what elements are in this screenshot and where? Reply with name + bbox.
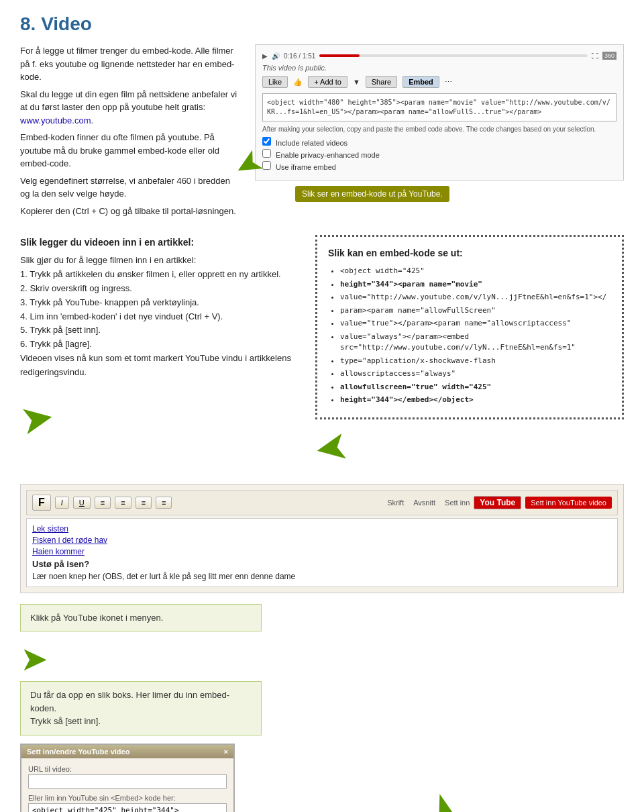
article-arrow-area: ➤: [20, 387, 302, 451]
thumbs-up-icon: 👍: [293, 78, 303, 87]
underline-button[interactable]: U: [73, 497, 91, 509]
dialog-screenshot: Sett inn/endre YouTube video × URL til v…: [20, 744, 235, 813]
article-instruction-subtitle: Slik gjør du for å legge filmen inn i en…: [20, 254, 302, 268]
cms-toolbar: F I U ≡ ≡ ≡ ≡ Skrift Avsnitt Sett inn Yo…: [26, 490, 618, 515]
dialog-body: URL til video: Eller lim inn YouTube sin…: [21, 758, 233, 813]
youtube-link[interactable]: www.youtube.com: [20, 115, 91, 125]
skrift-label: Skrift: [387, 499, 404, 507]
code-line-8: allowscriptaccess="always": [340, 368, 611, 380]
sidebar-box-2: Du får da opp en slik boks. Her limer du…: [20, 681, 262, 735]
top-section: For å legge ut filmer trenger du embed-k…: [20, 44, 624, 221]
iframe-embed-option[interactable]: Use iframe embed: [262, 161, 616, 171]
code-line-9: allowfullscreen="true" width="425": [340, 382, 611, 393]
screenshot-caption-area: ➤ Slik ser en embed-kode ut på YouTube.: [255, 186, 624, 202]
youtube-action-bar: Like 👍 + Add to ▼ Share Embed ⋯: [262, 76, 616, 88]
right-column: ▶ 🔊 0:16 / 1:51 ⛶ 360 This video is publ…: [255, 44, 624, 221]
arrow-to-cms: ➤: [15, 384, 59, 453]
align-center-button[interactable]: ≡: [115, 497, 131, 509]
cms-link-2[interactable]: Fisken i det røde hav: [32, 536, 612, 545]
arrow-large: ➤: [397, 769, 502, 812]
video-controls: ▶ 🔊 0:16 / 1:51 ⛶ 360: [262, 52, 616, 60]
intro-text-4: Velg egendefinert størrelse, vi anbefale…: [20, 174, 241, 201]
middle-row: Slik legger du videoen inn i en artikkel…: [20, 235, 624, 473]
code-line-7: type="application/x-shockwave-flash: [340, 356, 611, 367]
step-6: 6. Trykk på [lagre].: [20, 338, 302, 352]
article-steps: 1. Trykk på artikkelen du ønsker filmen …: [20, 268, 302, 379]
intro-text-2: Skal du legge ut din egen film på nettsi…: [20, 88, 241, 128]
code-line-5: value="true"></param><param name="allows…: [340, 318, 611, 329]
intro-text-1: For å legge ut filmer trenger du embed-k…: [20, 44, 241, 84]
align-right-button[interactable]: ≡: [136, 497, 152, 509]
embed-button[interactable]: Embed: [402, 76, 439, 88]
dialog-url-field: URL til video:: [28, 765, 227, 789]
justify-button[interactable]: ≡: [156, 497, 172, 509]
dialog-title: Sett inn/endre YouTube video: [27, 748, 129, 756]
step-2: 2. Skriv overskrift og ingress.: [20, 282, 302, 296]
step-note: Videoen vises nå kun som et tomt markert…: [20, 352, 302, 380]
embed-caption: After making your selection, copy and pa…: [262, 125, 616, 133]
embed-code-example: Slik kan en embed-kode se ut: <object wi…: [315, 235, 624, 419]
sidebar-box-1: Klikk på YouTube ikonet i menyen.: [20, 604, 262, 632]
dialog-close-button[interactable]: ×: [224, 748, 228, 756]
dropdown-icon[interactable]: ▼: [353, 78, 360, 86]
cms-heading: Ustø på isen?: [32, 559, 612, 569]
arrow-from-code: ➤: [311, 423, 352, 476]
italic-button[interactable]: I: [55, 497, 69, 509]
cms-link-3[interactable]: Haien kommer: [32, 547, 612, 556]
video-time: 0:16 / 1:51: [284, 52, 315, 60]
embed-code-display: <object width="480" height="385"><param …: [262, 93, 616, 121]
article-instructions: Slik legger du videoen inn i en artikkel…: [20, 235, 302, 473]
step-1: 1. Trykk på artikkelen du ønsker filmen …: [20, 268, 302, 282]
embed-code-list: <object width="425" height="344"><param …: [328, 266, 611, 406]
like-button[interactable]: Like: [262, 76, 288, 88]
play-icon[interactable]: ▶: [262, 52, 268, 60]
youtube-toolbar-button[interactable]: You Tube: [474, 496, 521, 509]
cms-screenshot-area: F I U ≡ ≡ ≡ ≡ Skrift Avsnitt Sett inn Yo…: [20, 484, 624, 593]
dialog-embed-field: Eller lim inn YouTube sin <Embed> kode h…: [28, 794, 227, 813]
intro-text-3: Embed-koden finner du ofte filmen på you…: [20, 131, 241, 170]
avsnitt-label: Avsnitt: [413, 499, 435, 507]
embed-options: Include related videos Enable privacy-en…: [262, 137, 616, 171]
align-left-button[interactable]: ≡: [95, 497, 111, 509]
cms-body-text: Lær noen knep her (OBS, det er lurt å kl…: [32, 572, 612, 581]
dotted-section-container: Slik kan en embed-kode se ut: <object wi…: [315, 235, 624, 473]
dotted-section-title: Slik kan en embed-kode se ut:: [328, 246, 611, 260]
volume-icon[interactable]: 🔊: [272, 52, 280, 60]
code-line-2: height="344"><param name="movie": [340, 279, 611, 291]
fullscreen-icon[interactable]: ⛶: [592, 52, 598, 60]
bottom-left: Klikk på YouTube ikonet i menyen. ➤ Du f…: [20, 604, 262, 813]
youtube-screenshot: ▶ 🔊 0:16 / 1:51 ⛶ 360 This video is publ…: [255, 44, 624, 181]
dialog-url-label: URL til video:: [28, 765, 227, 773]
code-line-6: value="always"></param><embed src="http:…: [340, 332, 611, 354]
sett-inn-yt-button[interactable]: Sett inn YouTube video: [525, 497, 612, 509]
cms-content-area: Lek sisten Fisken i det røde hav Haien k…: [26, 518, 618, 587]
bottom-section: Klikk på YouTube ikonet i menyen. ➤ Du f…: [20, 604, 624, 813]
code-line-1: <object width="425": [340, 266, 611, 277]
page-title: 8. Video: [20, 13, 624, 35]
add-to-button[interactable]: + Add to: [308, 76, 347, 88]
dialog-embed-label: Eller lim inn YouTube sin <Embed> kode h…: [28, 794, 227, 802]
include-related-option[interactable]: Include related videos: [262, 137, 616, 147]
code-line-3: value="http://www.youtube.com/v/lyN...jj…: [340, 292, 611, 303]
arrow-to-dialog: ➤: [20, 640, 48, 678]
bottom-right: ➤ YouTube: [275, 604, 624, 813]
step-4: 4. Lim inn 'embed-koden' i det nye vindu…: [20, 310, 302, 324]
left-column: For å legge ut filmer trenger du embed-k…: [20, 44, 241, 221]
cms-link-1[interactable]: Lek sisten: [32, 524, 612, 534]
font-button[interactable]: F: [32, 495, 51, 511]
code-line-10: height="344"></embed></object>: [340, 395, 611, 406]
dialog-titlebar: Sett inn/endre YouTube video ×: [21, 745, 233, 758]
article-instruction-title: Slik legger du videoen inn i en artikkel…: [20, 235, 302, 250]
hd-badge: 360: [602, 52, 616, 60]
step-5: 5. Trykk på [sett inn].: [20, 323, 302, 338]
privacy-enhanced-option[interactable]: Enable privacy-enhanced mode: [262, 149, 616, 159]
dialog-embed-textarea[interactable]: [28, 803, 227, 813]
embed-caption-label: Slik ser en embed-kode ut på YouTube.: [295, 186, 449, 202]
dialog-url-input[interactable]: [28, 774, 227, 789]
more-icon[interactable]: ⋯: [445, 78, 452, 87]
page-header: 8. Video: [20, 13, 624, 35]
share-button[interactable]: Share: [366, 76, 397, 88]
page-container: 8. Video For å legge ut filmer trenger d…: [0, 0, 644, 812]
code-line-4: param><param name="allowFullScreen": [340, 305, 611, 317]
video-public-status: This video is public.: [262, 64, 616, 72]
